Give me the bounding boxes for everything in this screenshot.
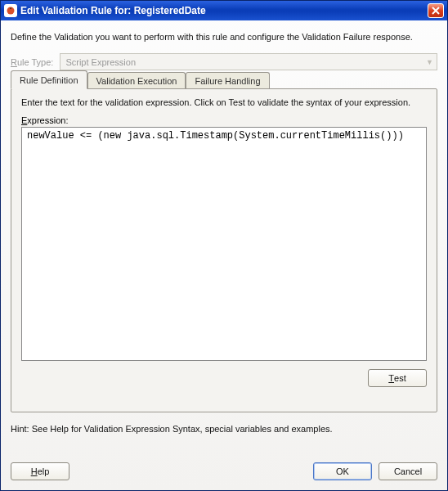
rule-definition-panel: Enter the text for the validation expres… [11, 89, 437, 394]
rule-type-value: Script Expression [65, 57, 136, 67]
rule-definition-help: Enter the text for the validation expres… [21, 97, 427, 107]
test-row: Test [21, 369, 427, 387]
footer-right: OK Cancel [313, 462, 437, 480]
svg-rect-1 [10, 8, 11, 10]
expression-label: Expression: [21, 115, 427, 125]
tab-failure-handling[interactable]: Failure Handling [186, 72, 269, 88]
tabs-wrap: Rule Definition Validation Execution Fai… [11, 88, 437, 412]
close-button[interactable] [428, 3, 444, 18]
dialog-body: Define the Validation you want to perfor… [1, 20, 447, 490]
tab-validation-execution[interactable]: Validation Execution [87, 72, 186, 88]
test-button[interactable]: Test [368, 369, 427, 387]
rule-type-row: Rule Type: Script Expression ▼ [11, 53, 437, 70]
rule-type-label: Rule Type: [11, 57, 53, 67]
window-title: Edit Validation Rule for: RegisteredDate [20, 5, 206, 16]
hint-text: Hint: See Help for Validation Expression… [11, 424, 437, 434]
cancel-button[interactable]: Cancel [379, 462, 437, 480]
instruction-text: Define the Validation you want to perfor… [11, 32, 437, 42]
tab-strip: Rule Definition Validation Execution Fai… [11, 70, 270, 88]
titlebar[interactable]: Edit Validation Rule for: RegisteredDate [1, 1, 447, 20]
tab-panel: Enter the text for the validation expres… [11, 88, 437, 412]
titlebar-left: Edit Validation Rule for: RegisteredDate [4, 4, 206, 17]
rule-type-select[interactable]: Script Expression ▼ [60, 53, 437, 70]
expression-textarea[interactable] [21, 127, 427, 361]
ok-button[interactable]: OK [313, 462, 372, 480]
footer: Help OK Cancel [11, 462, 437, 480]
dialog-window: Edit Validation Rule for: RegisteredDate… [0, 0, 448, 491]
app-icon [4, 4, 17, 17]
tab-rule-definition[interactable]: Rule Definition [11, 70, 87, 89]
chevron-down-icon: ▼ [426, 58, 433, 66]
help-button[interactable]: Help [11, 462, 69, 480]
